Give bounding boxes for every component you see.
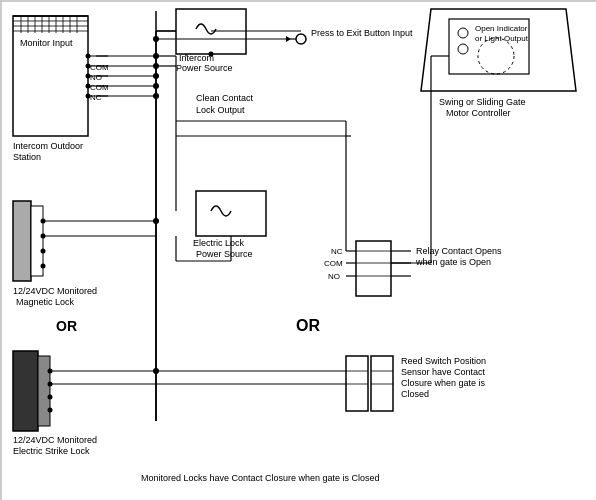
svg-text:Electric Strike Lock: Electric Strike Lock [13, 446, 90, 456]
svg-rect-76 [346, 356, 368, 411]
svg-point-101 [48, 395, 53, 400]
svg-text:Open Indicator: Open Indicator [475, 24, 528, 33]
svg-text:Clean Contact: Clean Contact [196, 93, 254, 103]
svg-text:Swing or Sliding Gate: Swing or Sliding Gate [439, 97, 526, 107]
svg-text:or Light Output: or Light Output [475, 34, 529, 43]
svg-rect-97 [13, 351, 38, 431]
svg-rect-88 [13, 201, 31, 281]
svg-text:Magnetic Lock: Magnetic Lock [16, 297, 75, 307]
svg-text:COM: COM [90, 83, 109, 92]
svg-rect-98 [38, 356, 50, 426]
svg-text:Intercom Outdoor: Intercom Outdoor [13, 141, 83, 151]
svg-text:Monitor Input: Monitor Input [20, 38, 73, 48]
svg-point-110 [153, 36, 159, 42]
svg-text:NO: NO [328, 272, 340, 281]
svg-text:when gate is Open: when gate is Open [415, 257, 491, 267]
svg-text:Press to Exit Button Input: Press to Exit Button Input [311, 28, 413, 38]
svg-point-38 [296, 34, 306, 44]
svg-rect-49 [196, 191, 266, 236]
svg-text:12/24VDC Monitored: 12/24VDC Monitored [13, 286, 97, 296]
svg-rect-77 [371, 356, 393, 411]
svg-text:Power Source: Power Source [176, 63, 233, 73]
svg-text:Motor Controller: Motor Controller [446, 108, 511, 118]
svg-text:Power Source: Power Source [196, 249, 253, 259]
svg-text:Reed Switch Position: Reed Switch Position [401, 356, 486, 366]
svg-point-135 [153, 63, 159, 69]
svg-point-117 [153, 218, 159, 224]
svg-text:NO: NO [90, 73, 102, 82]
svg-point-102 [48, 408, 53, 413]
svg-point-93 [41, 264, 46, 269]
svg-point-138 [153, 93, 159, 99]
svg-text:12/24VDC Monitored: 12/24VDC Monitored [13, 435, 97, 445]
svg-text:OR: OR [56, 318, 77, 334]
wiring-diagram: Monitor Input COM NO COM NC Intercom Out… [0, 0, 596, 500]
svg-text:NC: NC [331, 247, 343, 256]
svg-text:Electric Lock: Electric Lock [193, 238, 245, 248]
svg-text:OR: OR [296, 317, 320, 334]
svg-point-136 [153, 73, 159, 79]
svg-text:Station: Station [13, 152, 41, 162]
svg-text:NC: NC [90, 93, 102, 102]
svg-text:COM: COM [324, 259, 343, 268]
svg-point-92 [41, 249, 46, 254]
svg-text:Closure when gate is: Closure when gate is [401, 378, 486, 388]
svg-text:Relay Contact Opens: Relay Contact Opens [416, 246, 502, 256]
svg-rect-1 [13, 16, 88, 136]
svg-point-54 [458, 44, 468, 54]
svg-text:Closed: Closed [401, 389, 429, 399]
svg-point-134 [153, 53, 159, 59]
svg-text:Monitored Locks have Contact C: Monitored Locks have Contact Closure whe… [141, 473, 380, 483]
svg-text:Sensor have Contact: Sensor have Contact [401, 367, 486, 377]
svg-rect-60 [356, 241, 391, 296]
svg-point-137 [153, 83, 159, 89]
svg-point-53 [458, 28, 468, 38]
svg-text:COM: COM [90, 63, 109, 72]
svg-text:Lock Output: Lock Output [196, 105, 245, 115]
